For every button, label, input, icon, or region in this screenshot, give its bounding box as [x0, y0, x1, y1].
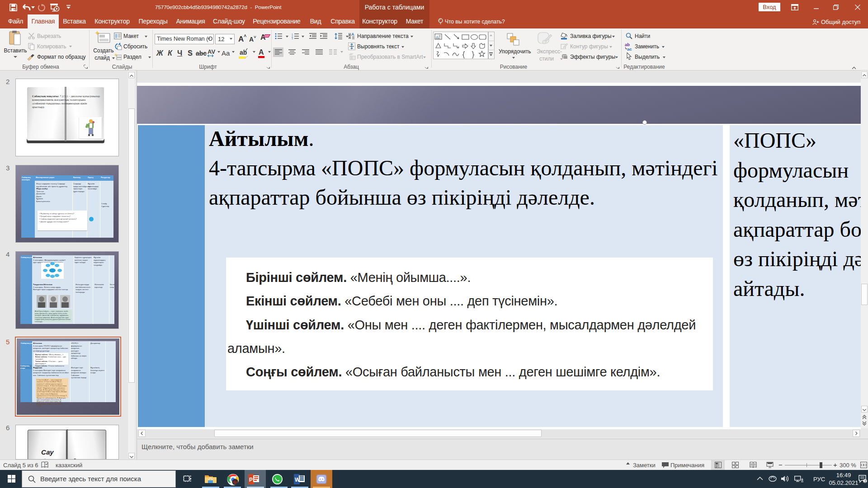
svg-text:2: 2	[864, 479, 866, 483]
svg-text:ac: ac	[627, 47, 632, 51]
svg-text:P: P	[249, 477, 253, 483]
svg-text:А: А	[351, 32, 354, 37]
svg-text:W: W	[295, 477, 300, 483]
svg-text:3: 3	[292, 37, 293, 39]
